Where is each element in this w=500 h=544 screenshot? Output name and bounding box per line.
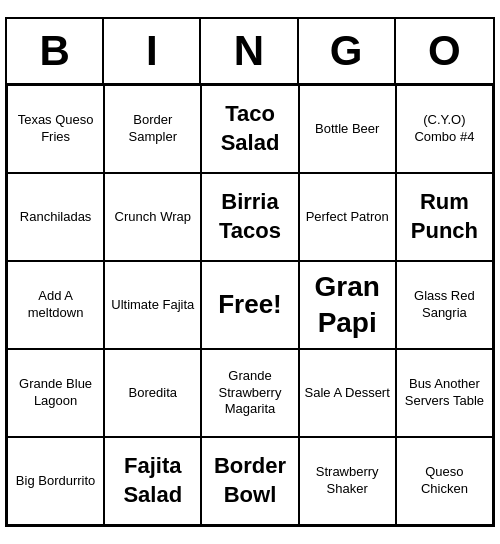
bingo-cell-13: Gran Papi [299, 261, 396, 349]
bingo-cell-20: Big Bordurrito [7, 437, 104, 525]
cell-text-10: Add A meltdown [12, 288, 99, 322]
cell-text-17: Grande Strawberry Magarita [206, 368, 293, 419]
cell-text-19: Bus Another Servers Table [401, 376, 488, 410]
bingo-cell-2: Taco Salad [201, 85, 298, 173]
bingo-cell-23: Strawberry Shaker [299, 437, 396, 525]
bingo-letter-b: B [7, 19, 104, 83]
cell-text-13: Gran Papi [304, 269, 391, 342]
bingo-cell-18: Sale A Dessert [299, 349, 396, 437]
cell-text-6: Crunch Wrap [115, 209, 191, 226]
bingo-cell-3: Bottle Beer [299, 85, 396, 173]
bingo-cell-9: Rum Punch [396, 173, 493, 261]
cell-text-7: Birria Tacos [206, 188, 293, 245]
cell-text-3: Bottle Beer [315, 121, 379, 138]
bingo-cell-19: Bus Another Servers Table [396, 349, 493, 437]
bingo-cell-8: Perfect Patron [299, 173, 396, 261]
bingo-cell-16: Boredita [104, 349, 201, 437]
cell-text-20: Big Bordurrito [16, 473, 95, 490]
bingo-cell-24: Queso Chicken [396, 437, 493, 525]
cell-text-15: Grande Blue Lagoon [12, 376, 99, 410]
cell-text-1: Border Sampler [109, 112, 196, 146]
bingo-letter-i: I [104, 19, 201, 83]
cell-text-18: Sale A Dessert [305, 385, 390, 402]
cell-text-2: Taco Salad [206, 100, 293, 157]
bingo-cell-22: Border Bowl [201, 437, 298, 525]
bingo-cell-12: Free! [201, 261, 298, 349]
bingo-cell-21: Fajita Salad [104, 437, 201, 525]
bingo-card: BINGO Texas Queso FriesBorder SamplerTac… [5, 17, 495, 527]
cell-text-23: Strawberry Shaker [304, 464, 391, 498]
cell-text-16: Boredita [129, 385, 177, 402]
bingo-letter-o: O [396, 19, 493, 83]
bingo-cell-7: Birria Tacos [201, 173, 298, 261]
bingo-cell-15: Grande Blue Lagoon [7, 349, 104, 437]
cell-text-21: Fajita Salad [109, 452, 196, 509]
bingo-header: BINGO [7, 19, 493, 85]
bingo-cell-14: Glass Red Sangria [396, 261, 493, 349]
bingo-cell-0: Texas Queso Fries [7, 85, 104, 173]
cell-text-4: (C.Y.O) Combo #4 [401, 112, 488, 146]
bingo-cell-1: Border Sampler [104, 85, 201, 173]
cell-text-0: Texas Queso Fries [12, 112, 99, 146]
bingo-cell-11: Ultimate Fajita [104, 261, 201, 349]
bingo-cell-4: (C.Y.O) Combo #4 [396, 85, 493, 173]
cell-text-8: Perfect Patron [306, 209, 389, 226]
cell-text-5: Ranchiladas [20, 209, 92, 226]
bingo-letter-n: N [201, 19, 298, 83]
cell-text-9: Rum Punch [401, 188, 488, 245]
bingo-cell-5: Ranchiladas [7, 173, 104, 261]
cell-text-11: Ultimate Fajita [111, 297, 194, 314]
bingo-letter-g: G [299, 19, 396, 83]
bingo-cell-10: Add A meltdown [7, 261, 104, 349]
cell-text-14: Glass Red Sangria [401, 288, 488, 322]
cell-text-12: Free! [218, 288, 282, 322]
cell-text-24: Queso Chicken [401, 464, 488, 498]
bingo-grid: Texas Queso FriesBorder SamplerTaco Sala… [7, 85, 493, 525]
bingo-cell-6: Crunch Wrap [104, 173, 201, 261]
bingo-cell-17: Grande Strawberry Magarita [201, 349, 298, 437]
cell-text-22: Border Bowl [206, 452, 293, 509]
